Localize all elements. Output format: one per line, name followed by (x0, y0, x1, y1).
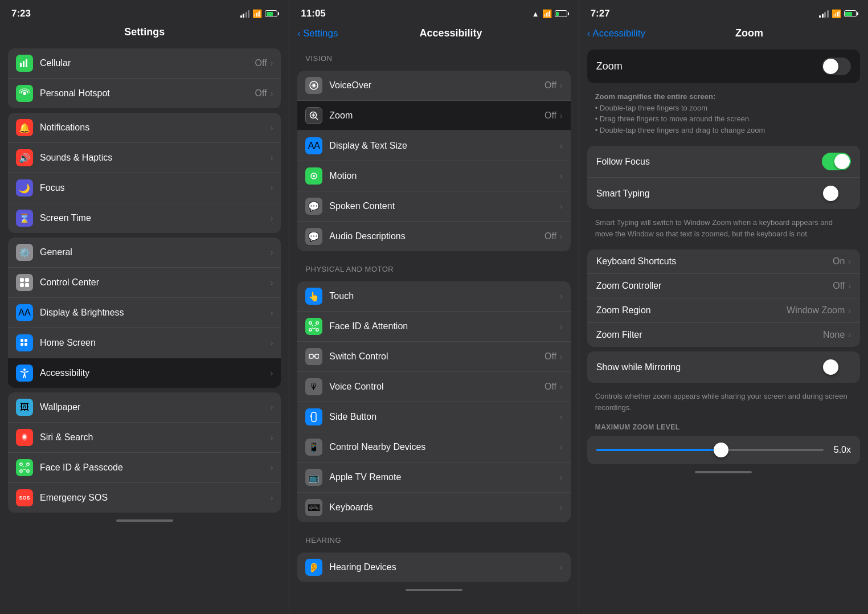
show-mirroring-item[interactable]: Show while Mirroring (587, 351, 860, 383)
face-id-item[interactable]: Face ID & Passcode › (8, 453, 281, 483)
sounds-item[interactable]: 🔊 Sounds & Haptics › (8, 143, 281, 173)
accessibility-label: Accessibility (40, 368, 271, 378)
zoom-filter-chevron: › (848, 330, 851, 339)
display-item[interactable]: AA Display & Brightness › (8, 298, 281, 328)
hotspot-value: Off (255, 88, 267, 99)
switch-control-item[interactable]: Switch Control Off › (297, 342, 570, 372)
voiceover-item[interactable]: VoiceOver Off › (297, 71, 570, 101)
svg-rect-18 (20, 470, 22, 472)
control-center-item[interactable]: Control Center › (8, 268, 281, 298)
keyboard-shortcuts-item[interactable]: Keyboard Shortcuts On › (587, 249, 860, 274)
keyboard-shortcuts-chevron: › (848, 257, 851, 266)
control-nearby-item[interactable]: 📱 Control Nearby Devices › (297, 432, 570, 462)
zoom-region-item[interactable]: Zoom Region Window Zoom › (587, 298, 860, 323)
hotspot-item[interactable]: Personal Hotspot Off › (8, 79, 281, 108)
general-item[interactable]: ⚙️ General › (8, 238, 281, 268)
spoken-item[interactable]: 💬 Spoken Content › (297, 191, 570, 222)
svg-rect-33 (316, 329, 318, 331)
general-icon: ⚙️ (16, 244, 33, 261)
zoom-item[interactable]: Zoom Off › (297, 101, 570, 131)
svg-rect-8 (25, 283, 29, 287)
home-screen-item[interactable]: Home Screen › (8, 328, 281, 358)
audio-desc-label: Audio Descriptions (329, 231, 544, 241)
smart-typing-thumb (823, 186, 838, 201)
display-text-icon: AA (305, 137, 322, 154)
touch-icon: 👆 (305, 288, 322, 305)
motion-item[interactable]: Motion › (297, 161, 570, 191)
home-screen-label: Home Screen (40, 338, 271, 348)
apple-tv-item[interactable]: 📺 Apple TV Remote › (297, 462, 570, 493)
accessibility-item[interactable]: Accessibility › (8, 358, 281, 388)
voice-control-icon: 🎙 (305, 378, 322, 395)
mirroring-toggle-thumb (823, 359, 838, 375)
hearing-devices-item[interactable]: 👂 Hearing Devices › (297, 552, 570, 582)
back-btn-2[interactable]: ‹ Settings (289, 28, 346, 39)
wallpaper-icon: 🖼 (16, 399, 33, 416)
svg-point-35 (315, 325, 316, 326)
zoom-desc-item-2: Double-tap three fingers and drag to cha… (595, 125, 852, 136)
voiceover-chevron: › (560, 81, 563, 90)
wallpaper-item[interactable]: 🖼 Wallpaper › (8, 392, 281, 423)
zoom-slider-thumb[interactable] (714, 443, 728, 457)
svg-rect-30 (309, 322, 312, 324)
svg-point-21 (26, 466, 27, 467)
spoken-icon: 💬 (305, 198, 322, 215)
cellular-label: Cellular (40, 58, 255, 68)
zoom-region-label: Zoom Region (596, 305, 787, 316)
siri-item[interactable]: Siri & Search › (8, 423, 281, 453)
follow-focus-item[interactable]: Follow Focus (587, 146, 860, 178)
cellular-item[interactable]: Cellular Off › (8, 48, 281, 79)
voice-control-chevron: › (560, 382, 563, 391)
motion-icon (305, 167, 322, 185)
focus-item[interactable]: 🌙 Focus › (8, 173, 281, 203)
keyboards-item[interactable]: ⌨ Keyboards › (297, 493, 570, 522)
emergency-item[interactable]: SOS Emergency SOS › (8, 483, 281, 513)
back-label-3: Accessibility (592, 28, 645, 39)
follow-focus-toggle[interactable] (822, 153, 851, 170)
sounds-chevron: › (271, 153, 273, 162)
hearing-devices-icon: 👂 (305, 559, 322, 576)
mirroring-desc: Controls whether zoom appears while shar… (579, 387, 868, 419)
svg-rect-11 (21, 343, 23, 346)
screen-time-item[interactable]: ⌛ Screen Time › (8, 203, 281, 233)
svg-rect-1 (23, 61, 24, 67)
switch-control-value: Off (544, 351, 556, 362)
face-id-att-label: Face ID & Attention (329, 321, 560, 331)
battery-icon-3 (844, 10, 857, 17)
audio-desc-item[interactable]: 💬 Audio Descriptions Off › (297, 222, 570, 251)
panel3-title: Zoom (653, 27, 845, 39)
face-id-att-item[interactable]: Face ID & Attention › (297, 312, 570, 342)
focus-typing-group: Follow Focus Smart Typing (587, 146, 860, 209)
zoom-controller-item[interactable]: Zoom Controller Off › (587, 274, 860, 298)
zoom-region-value: Window Zoom (787, 305, 845, 316)
settings-group-notifications: 🔔 Notifications › 🔊 Sounds & Haptics › 🌙… (8, 113, 281, 233)
touch-item[interactable]: 👆 Touch › (297, 281, 570, 312)
back-btn-3[interactable]: ‹ Accessibility (579, 28, 653, 39)
panel1-title: Settings (0, 24, 289, 44)
svg-rect-31 (316, 322, 318, 324)
display-label: Display & Brightness (40, 308, 271, 318)
side-button-item[interactable]: Side Button › (297, 402, 570, 432)
zoom-options-group: Keyboard Shortcuts On › Zoom Controller … (587, 249, 860, 347)
voice-control-item[interactable]: 🎙 Voice Control Off › (297, 372, 570, 402)
face-id-att-icon (305, 318, 322, 335)
zoom-menu-chevron: › (560, 111, 563, 120)
back-chevron-2: ‹ (297, 28, 301, 39)
smart-typing-toggle[interactable] (822, 185, 851, 202)
control-nearby-chevron: › (560, 443, 563, 452)
wifi-icon-3: 📶 (832, 9, 841, 18)
side-button-icon (305, 408, 322, 425)
zoom-toggle-switch[interactable] (822, 58, 851, 75)
zoom-desc-item-0: Double-tap three fingers to zoom (595, 103, 852, 114)
smart-typing-item[interactable]: Smart Typing (587, 178, 860, 209)
zoom-filter-item[interactable]: Zoom Filter None › (587, 323, 860, 347)
voiceover-icon (305, 77, 322, 94)
physical-group: 👆 Touch › Face ID & Attention › Switch C… (297, 281, 570, 522)
mirroring-toggle[interactable] (822, 358, 851, 376)
voiceover-value: Off (544, 80, 556, 91)
display-text-item[interactable]: AA Display & Text Size › (297, 131, 570, 161)
zoom-region-chevron: › (848, 306, 851, 315)
mirroring-group: Show while Mirroring (587, 351, 860, 383)
notifications-item[interactable]: 🔔 Notifications › (8, 113, 281, 143)
zoom-slider-track[interactable] (596, 449, 824, 451)
